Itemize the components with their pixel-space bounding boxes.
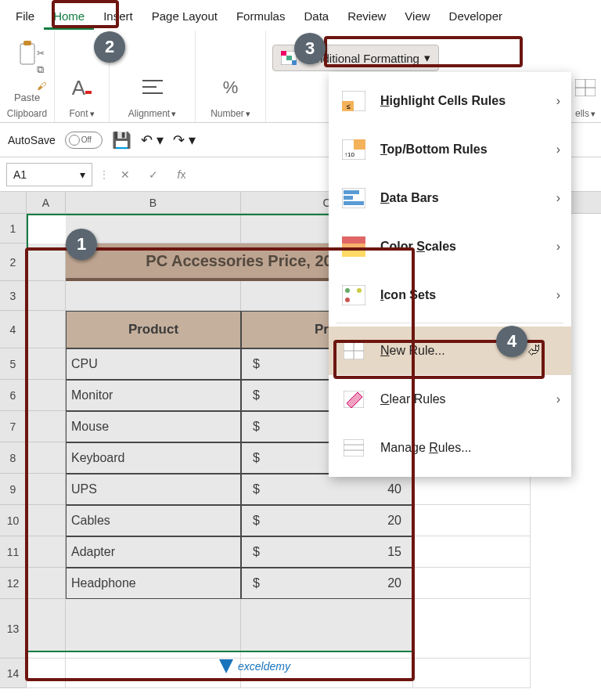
watermark-icon — [219, 659, 233, 673]
row-header[interactable]: 14 — [0, 659, 27, 688]
font-icon[interactable]: A — [68, 72, 96, 103]
enter-icon[interactable]: ✓ — [144, 168, 163, 181]
cell-product[interactable]: Cables — [66, 505, 241, 536]
svg-text:≤: ≤ — [347, 103, 351, 110]
th-product: Product — [66, 311, 241, 348]
tab-view[interactable]: View — [395, 5, 439, 30]
format-painter-icon[interactable]: 🖌 — [37, 81, 46, 92]
row-header[interactable]: 6 — [0, 380, 27, 411]
annotation-1: 1 — [66, 229, 97, 260]
tab-file[interactable]: File — [6, 5, 44, 30]
watermark: exceldemy — [219, 659, 290, 673]
annotation-2: 2 — [94, 31, 125, 63]
cell-product[interactable]: CPU — [66, 348, 241, 380]
svg-rect-7 — [286, 56, 292, 60]
tab-home[interactable]: Home — [44, 5, 94, 30]
row-header[interactable]: 4 — [0, 311, 27, 348]
row-header[interactable]: 10 — [0, 505, 27, 536]
cell-price[interactable]: $20 — [241, 568, 413, 599]
svg-point-27 — [357, 288, 362, 293]
svg-rect-19 — [344, 190, 359, 194]
chevron-right-icon: › — [556, 143, 560, 157]
tab-review[interactable]: Review — [338, 5, 395, 30]
menu-icon-sets[interactable]: Icon Sets › — [329, 271, 571, 319]
svg-rect-33 — [344, 439, 364, 456]
group-cells: ells — [570, 31, 601, 122]
cell-product[interactable]: Headphone — [66, 568, 241, 599]
group-alignment-label[interactable]: Alignment — [128, 108, 176, 119]
name-box-value: A1 — [13, 168, 27, 181]
chevron-down-icon: ▾ — [424, 51, 430, 65]
save-icon[interactable]: 💾 — [112, 131, 131, 150]
icon-sets-icon — [340, 282, 368, 309]
cell-product[interactable]: Monitor — [66, 380, 241, 411]
menu-highlight-cells-rules[interactable]: ≤ Highlight Cells Rules › — [329, 77, 571, 125]
menu-data-bars[interactable]: Data Bars › — [329, 174, 571, 222]
group-font-label[interactable]: Font — [69, 108, 94, 119]
cursor-icon: ⮰ — [527, 344, 540, 358]
tab-insert[interactable]: Insert — [94, 5, 142, 30]
top-bottom-icon: ↑10 — [340, 136, 368, 163]
toggle-knob — [69, 135, 80, 146]
color-scales-icon — [340, 233, 368, 260]
chevron-right-icon: › — [556, 392, 560, 406]
new-rule-icon — [340, 337, 368, 364]
row-header[interactable]: 8 — [0, 442, 27, 474]
clear-rules-icon — [340, 386, 368, 413]
autosave-toggle[interactable]: Off — [65, 132, 103, 149]
row-header[interactable]: 9 — [0, 474, 27, 505]
chevron-right-icon: › — [556, 288, 560, 302]
svg-rect-24 — [342, 251, 365, 257]
col-header-b[interactable]: B — [66, 192, 241, 213]
number-icon[interactable]: % — [217, 72, 245, 103]
svg-rect-20 — [344, 196, 353, 200]
col-header-a[interactable]: A — [27, 192, 66, 213]
row-header[interactable]: 13 — [0, 599, 27, 659]
cells-icon[interactable] — [571, 72, 599, 103]
undo-icon[interactable]: ↶ ▾ — [141, 132, 164, 149]
row-header[interactable]: 5 — [0, 348, 27, 380]
row-header[interactable]: 2 — [0, 244, 27, 281]
cancel-icon[interactable]: ✕ — [116, 168, 135, 181]
chevron-right-icon: › — [556, 240, 560, 254]
svg-point-28 — [345, 298, 350, 302]
row-header[interactable]: 1 — [0, 214, 27, 244]
chevron-right-icon: › — [556, 94, 560, 108]
cut-icon[interactable]: ✂ — [37, 48, 46, 59]
cell-product[interactable]: Keyboard — [66, 442, 241, 474]
menu-manage-rules[interactable]: Manage Rules... — [329, 424, 571, 472]
alignment-icon[interactable] — [139, 72, 167, 103]
cell-price[interactable]: $15 — [241, 536, 413, 568]
tab-data[interactable]: Data — [294, 5, 338, 30]
row-header[interactable]: 11 — [0, 536, 27, 568]
tab-page-layout[interactable]: Page Layout — [142, 5, 227, 30]
redo-icon[interactable]: ↷ ▾ — [173, 132, 196, 149]
fx-icon[interactable]: fx — [172, 168, 191, 181]
row-header[interactable]: 12 — [0, 568, 27, 599]
row-header[interactable]: 7 — [0, 411, 27, 442]
autosave-label: AutoSave — [8, 134, 56, 146]
group-clipboard: ✂ ⧉ 🖌 Paste Clipboard — [0, 31, 55, 122]
svg-rect-25 — [342, 285, 365, 305]
svg-point-26 — [345, 288, 350, 293]
name-box[interactable]: A1 ▾ — [6, 163, 92, 186]
group-number-label[interactable]: Number — [211, 108, 250, 119]
svg-rect-1 — [23, 41, 31, 45]
cell-product[interactable]: Mouse — [66, 411, 241, 442]
menu-new-rule[interactable]: New Rule... ⮰ — [329, 327, 571, 375]
select-all-corner[interactable] — [0, 192, 27, 213]
menu-top-bottom-rules[interactable]: ↑10 Top/Bottom Rules › — [329, 125, 571, 174]
svg-text:↑10: ↑10 — [344, 151, 354, 158]
tab-developer[interactable]: Developer — [440, 5, 512, 30]
tab-formulas[interactable]: Formulas — [227, 5, 295, 30]
menu-clear-rules[interactable]: Clear Rules › — [329, 375, 571, 424]
menu-color-scales[interactable]: Color Scales › — [329, 222, 571, 271]
cell-product[interactable]: UPS — [66, 474, 241, 505]
cell-product[interactable]: Adapter — [66, 536, 241, 568]
copy-icon[interactable]: ⧉ — [37, 63, 46, 76]
cell-price[interactable]: $20 — [241, 505, 413, 536]
svg-rect-16 — [354, 139, 365, 150]
cell-price[interactable]: $40 — [241, 474, 413, 505]
group-cells-label[interactable]: ells — [575, 108, 596, 119]
row-header[interactable]: 3 — [0, 281, 27, 311]
